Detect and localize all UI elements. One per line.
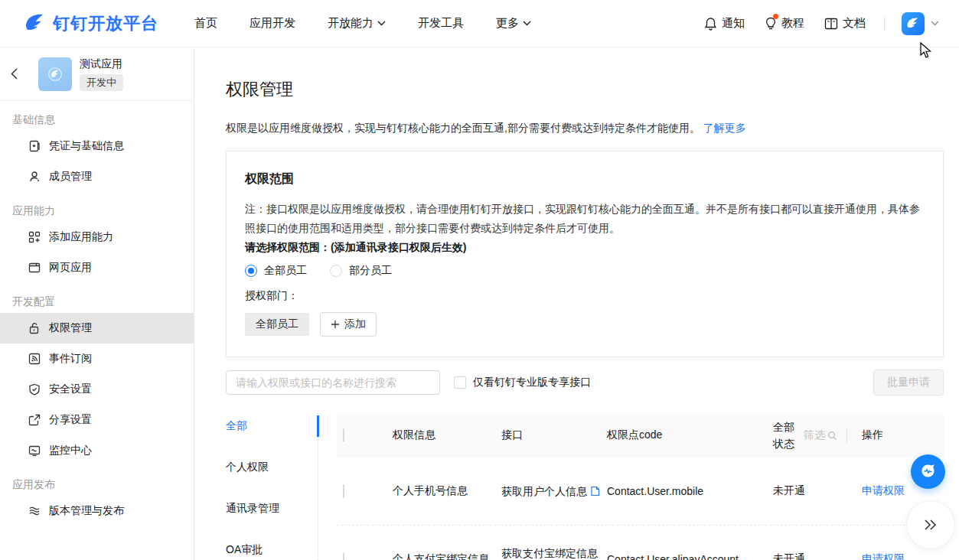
tab-oa-approval[interactable]: OA审批 (226, 542, 318, 560)
row-checkbox[interactable] (343, 552, 344, 560)
nav-item-app-dev[interactable]: 应用开发 (250, 16, 295, 31)
app-status-badge: 开发中 (80, 74, 123, 91)
user-avatar[interactable] (902, 12, 925, 35)
scope-card-title: 权限范围 (245, 171, 925, 187)
tutorial-button[interactable]: 教程 (765, 16, 804, 31)
scope-note: 注：接口权限是以应用维度做授权，请合理使用钉钉开放接口，实现跟钉钉核心能力的全面… (245, 200, 925, 238)
divider (846, 428, 847, 443)
tab-contacts[interactable]: 通讯录管理 (226, 500, 318, 542)
sidebar-item-label: 事件订阅 (49, 352, 92, 366)
nav-item-more[interactable]: 更多 (496, 16, 531, 31)
dingtalk-wing-icon (905, 16, 921, 31)
sidebar-item-web-app[interactable]: 网页应用 (0, 252, 194, 283)
docs-button[interactable]: 文档 (824, 16, 866, 31)
radio-selected-icon (245, 265, 257, 277)
category-tabs: 全部 个人权限 通讯录管理 OA审批 (226, 413, 318, 560)
nav-item-home[interactable]: 首页 (194, 16, 217, 31)
table-row: 个人手机号信息 获取用户个人信息 Contact.User.mobile 未开通… (337, 457, 944, 525)
top-navbar: 钉钉开放平台 首页 应用开发 开放能力 开发工具 更多 通知 教程 文档 (0, 0, 959, 47)
sidebar-item-label: 网页应用 (49, 261, 92, 275)
tab-personal[interactable]: 个人权限 (226, 459, 318, 500)
brand-title: 钉钉开放平台 (53, 12, 158, 35)
scope-radio-group: 全部员工 部分员工 (245, 264, 925, 278)
cell-api: 获取用户个人信息 (501, 485, 587, 497)
sidebar-item-label: 版本管理与发布 (49, 504, 124, 518)
back-button[interactable] (11, 68, 24, 80)
header-action: 操作 (862, 428, 944, 442)
header-api: 接口 (501, 428, 607, 442)
shield-check-icon (28, 383, 41, 396)
sidebar-item-label: 成员管理 (49, 170, 92, 184)
sidebar-item-event-subscription[interactable]: 事件订阅 (0, 343, 194, 374)
sidebar-item-monitor-center[interactable]: 监控中心 (0, 435, 194, 466)
cell-code: Contact.User.mobile (607, 485, 773, 497)
sidebar-item-label: 安全设置 (49, 383, 92, 396)
search-icon (827, 431, 837, 441)
collapse-panel-button[interactable] (906, 500, 955, 549)
apply-permission-link[interactable]: 申请权限 (862, 484, 905, 497)
page-title: 权限管理 (226, 78, 944, 101)
sidebar-item-members[interactable]: 成员管理 (0, 161, 194, 192)
dingtalk-wing-icon (23, 11, 47, 36)
scope-select-label: 请选择权限范围：(添加通讯录接口权限后生效) (245, 238, 925, 257)
nav-item-dev-tools[interactable]: 开发工具 (418, 16, 464, 31)
sidebar-item-label: 分享设置 (49, 413, 92, 427)
document-link-icon[interactable] (590, 486, 600, 497)
account-menu-caret[interactable] (931, 21, 939, 26)
plus-icon (331, 320, 340, 329)
sidebar-item-version-release[interactable]: 版本管理与发布 (0, 496, 194, 526)
header-status-filter[interactable]: 全部状态 (773, 418, 798, 452)
section-app-capability: 应用能力 (0, 192, 194, 222)
person-icon (28, 171, 41, 183)
table-header: 权限信息 接口 权限点code 全部状态 筛选 操作 (337, 413, 944, 457)
add-dept-button[interactable]: 添加 (320, 312, 377, 337)
batch-apply-button[interactable]: 批量申请 (873, 370, 944, 396)
cell-status: 未开通 (773, 484, 862, 498)
radio-all-employees[interactable]: 全部员工 (245, 264, 307, 278)
sidebar-item-share-settings[interactable]: 分享设置 (0, 405, 194, 435)
pro-only-checkbox-wrap[interactable]: 仅看钉钉专业版专享接口 (454, 376, 591, 389)
checkbox-icon[interactable] (454, 376, 466, 389)
radio-unselected-icon (330, 265, 342, 277)
section-basic-info: 基础信息 (0, 101, 194, 131)
permission-scope-card: 权限范围 注：接口权限是以应用维度做授权，请合理使用钉钉开放接口，实现跟钉钉核心… (226, 151, 944, 357)
layers-icon (28, 505, 41, 517)
sidebar-item-label: 权限管理 (49, 321, 92, 335)
table-toolbar: 仅看钉钉专业版专享接口 批量申请 (226, 370, 944, 396)
share-icon (28, 414, 41, 426)
permission-table: 权限信息 接口 权限点code 全部状态 筛选 操作 个 (337, 413, 944, 560)
sidebar-item-security[interactable]: 安全设置 (0, 374, 194, 405)
rss-icon (28, 353, 41, 365)
learn-more-link[interactable]: 了解更多 (703, 122, 746, 134)
chevron-left-icon (11, 68, 18, 80)
page-description: 权限是以应用维度做授权，实现与钉钉核心能力的全面互通,部分需要付费或达到特定条件… (226, 120, 944, 135)
main-content: 权限管理 权限是以应用维度做授权，实现与钉钉核心能力的全面互通,部分需要付费或达… (194, 47, 959, 560)
authorized-dept-label: 授权部门： (245, 289, 925, 303)
section-app-release: 应用发布 (0, 466, 194, 496)
dingtalk-wing-icon (46, 65, 64, 83)
sidebar-item-permissions[interactable]: 权限管理 (0, 313, 194, 343)
credential-doc-icon (28, 140, 41, 152)
search-input[interactable] (226, 370, 440, 395)
divider (884, 16, 885, 31)
row-checkbox[interactable] (343, 484, 344, 498)
header-code: 权限点code (607, 428, 773, 442)
customer-service-fab[interactable] (911, 454, 945, 489)
filter-control[interactable]: 筛选 (804, 428, 837, 442)
notification-dot (773, 14, 778, 19)
section-dev-config: 开发配置 (0, 283, 194, 313)
sidebar-item-add-capability[interactable]: 添加应用能力 (0, 222, 194, 252)
dept-tag-all-employees: 全部员工 (245, 313, 309, 336)
brand-logo[interactable]: 钉钉开放平台 (23, 11, 158, 36)
nav-menu: 首页 应用开发 开放能力 开发工具 更多 (178, 16, 547, 31)
nav-item-open-capability[interactable]: 开放能力 (328, 16, 386, 31)
book-icon (824, 18, 838, 30)
cell-api: 获取支付宝绑定信息 (501, 547, 598, 559)
select-all-checkbox[interactable] (343, 428, 344, 442)
apply-permission-link[interactable]: 申请权限 (862, 552, 905, 560)
tab-all[interactable]: 全部 (226, 418, 318, 459)
active-tab-indicator (317, 415, 319, 437)
radio-partial-employees[interactable]: 部分员工 (330, 264, 392, 278)
sidebar-item-credentials[interactable]: 凭证与基础信息 (0, 131, 194, 161)
notifications-button[interactable]: 通知 (704, 16, 745, 31)
